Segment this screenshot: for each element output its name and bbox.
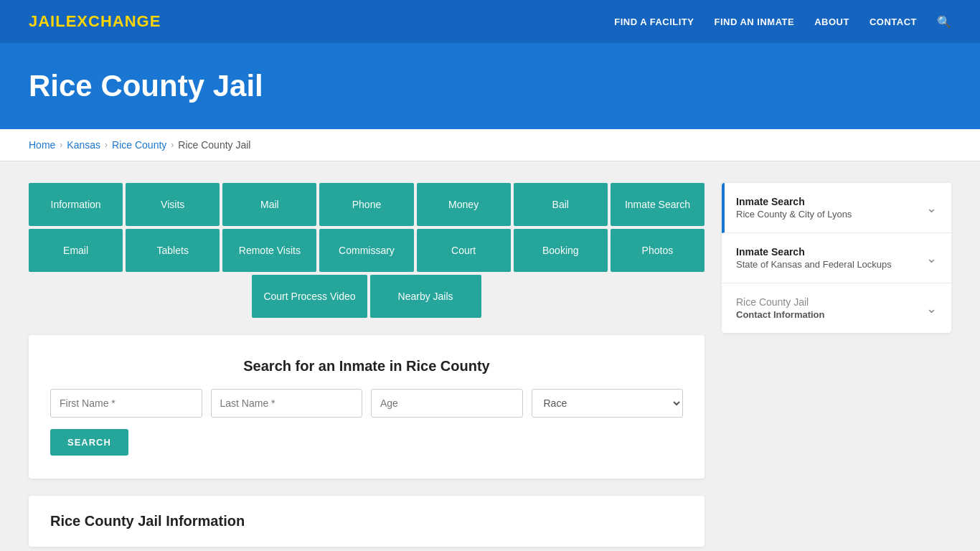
nav-buttons-row3: Court Process Video Nearby Jails	[29, 275, 705, 318]
breadcrumb-current: Rice County Jail	[178, 139, 250, 151]
sidebar-item-text-2: Inmate Search State of Kansas and Federa…	[736, 246, 892, 270]
sidebar-card: Inmate Search Rice County & City of Lyon…	[722, 183, 951, 333]
search-box: Search for an Inmate in Rice County Race…	[29, 335, 705, 479]
breadcrumb-rice-county[interactable]: Rice County	[112, 139, 166, 151]
logo-exchange: EXCHANGE	[66, 12, 161, 30]
sidebar-item-text-1: Inmate Search Rice County & City of Lyon…	[736, 196, 852, 220]
chevron-icon-1: ⌄	[926, 200, 937, 216]
breadcrumb-sep-2: ›	[105, 140, 108, 150]
breadcrumb-kansas[interactable]: Kansas	[67, 139, 100, 151]
btn-inmate-search[interactable]: Inmate Search	[611, 183, 705, 226]
logo[interactable]: JAILEXCHANGE	[29, 12, 161, 31]
first-name-input[interactable]	[50, 389, 202, 418]
sidebar-item-top-1: Inmate Search	[736, 196, 852, 207]
btn-remote-visits[interactable]: Remote Visits	[222, 229, 316, 272]
sidebar-item-text-3: Rice County Jail Contact Information	[736, 296, 825, 320]
sidebar-item-inmate-search-rice[interactable]: Inmate Search Rice County & City of Lyon…	[722, 183, 951, 233]
search-heading: Search for an Inmate in Rice County	[50, 358, 683, 375]
btn-email[interactable]: Email	[29, 229, 123, 272]
main-nav: FIND A FACILITY FIND AN INMATE ABOUT CON…	[614, 15, 951, 29]
nav-find-facility[interactable]: FIND A FACILITY	[614, 17, 694, 27]
logo-part1: JAIL	[29, 12, 66, 30]
btn-tablets[interactable]: Tablets	[126, 229, 220, 272]
search-icon[interactable]: 🔍	[937, 15, 951, 29]
page-title: Rice County Jail	[29, 69, 951, 103]
left-column: Information Visits Mail Phone Money Bail…	[29, 183, 705, 547]
btn-commissary[interactable]: Commissary	[319, 229, 413, 272]
breadcrumb-bar: Home › Kansas › Rice County › Rice Count…	[0, 129, 980, 161]
info-section: Rice County Jail Information	[29, 496, 705, 547]
breadcrumb-sep-3: ›	[171, 140, 174, 150]
chevron-icon-3: ⌄	[926, 301, 937, 316]
sidebar-item-contact-info[interactable]: Rice County Jail Contact Information ⌄	[722, 283, 951, 333]
nav-buttons-row2: Email Tablets Remote Visits Commissary C…	[29, 229, 705, 272]
chevron-icon-2: ⌄	[926, 250, 937, 266]
sidebar-item-inmate-search-kansas[interactable]: Inmate Search State of Kansas and Federa…	[722, 233, 951, 283]
btn-mail[interactable]: Mail	[222, 183, 316, 226]
btn-court[interactable]: Court	[417, 229, 511, 272]
breadcrumb: Home › Kansas › Rice County › Rice Count…	[29, 139, 951, 151]
header: JAILEXCHANGE FIND A FACILITY FIND AN INM…	[0, 0, 980, 43]
race-select[interactable]: Race	[532, 389, 684, 418]
btn-court-process-video[interactable]: Court Process Video	[252, 275, 367, 318]
sidebar-item-bottom-3: Contact Information	[736, 309, 825, 320]
btn-booking[interactable]: Booking	[514, 229, 608, 272]
search-button[interactable]: SEARCH	[50, 429, 128, 456]
nav-find-inmate[interactable]: FIND AN INMATE	[714, 17, 794, 27]
nav-contact[interactable]: CONTACT	[870, 17, 917, 27]
right-sidebar: Inmate Search Rice County & City of Lyon…	[722, 183, 951, 333]
sidebar-item-top-3: Rice County Jail	[736, 296, 825, 308]
info-heading: Rice County Jail Information	[50, 513, 683, 529]
btn-information[interactable]: Information	[29, 183, 123, 226]
btn-money[interactable]: Money	[417, 183, 511, 226]
breadcrumb-sep-1: ›	[60, 140, 62, 150]
btn-nearby-jails[interactable]: Nearby Jails	[370, 275, 481, 318]
age-input[interactable]	[371, 389, 523, 418]
main-content: Information Visits Mail Phone Money Bail…	[0, 161, 980, 551]
nav-about[interactable]: ABOUT	[814, 17, 849, 27]
sidebar-item-top-2: Inmate Search	[736, 246, 892, 258]
last-name-input[interactable]	[211, 389, 363, 418]
sidebar-item-bottom-1: Rice County & City of Lyons	[736, 209, 852, 220]
btn-bail[interactable]: Bail	[514, 183, 608, 226]
breadcrumb-home[interactable]: Home	[29, 139, 55, 151]
hero-section: Rice County Jail	[0, 43, 980, 129]
search-fields: Race	[50, 389, 683, 418]
btn-photos[interactable]: Photos	[611, 229, 705, 272]
btn-visits[interactable]: Visits	[126, 183, 220, 226]
nav-buttons-row1: Information Visits Mail Phone Money Bail…	[29, 183, 705, 226]
btn-phone[interactable]: Phone	[319, 183, 413, 226]
sidebar-item-bottom-2: State of Kansas and Federal Lockups	[736, 259, 892, 270]
